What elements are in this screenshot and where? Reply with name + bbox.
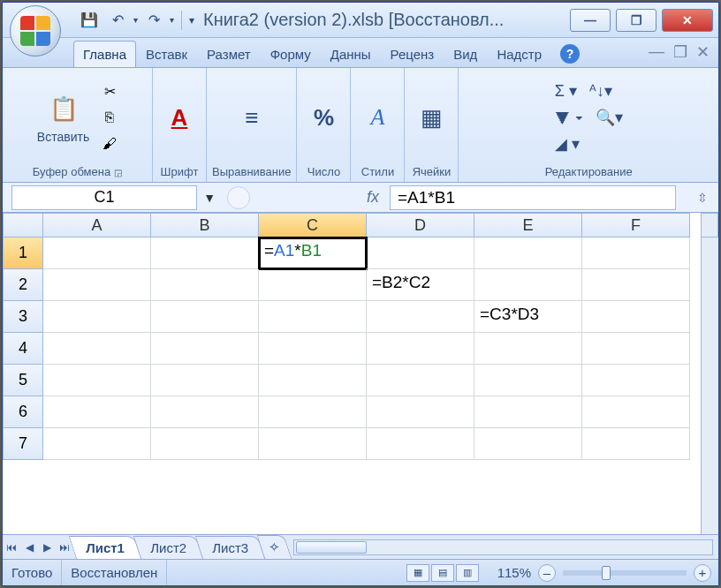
qat-customize-icon[interactable]: ▾ [189, 14, 194, 26]
find-button[interactable]: 🔍▾ [596, 108, 623, 127]
zoom-out-button[interactable]: – [538, 564, 556, 582]
cut-button[interactable]: ✂ [98, 80, 121, 102]
zoom-slider[interactable] [563, 570, 687, 576]
close-button[interactable]: ✕ [662, 9, 713, 32]
fx-button[interactable]: fx [356, 188, 390, 207]
cell-D4[interactable] [367, 333, 474, 365]
cell-B1[interactable] [151, 237, 259, 269]
sheet-nav-first-icon[interactable]: ⏮ [3, 541, 20, 554]
redo-button[interactable]: ↷ [141, 8, 166, 33]
column-header-F[interactable]: F [582, 213, 690, 237]
formula-bar-input[interactable]: =A1*B1 [390, 185, 676, 210]
cell-C6[interactable] [259, 396, 367, 428]
clipboard-dialog-launcher-icon[interactable]: ◲ [114, 168, 122, 177]
doc-restore-button[interactable]: ❐ [673, 42, 687, 62]
cell-A4[interactable] [43, 333, 151, 365]
column-header-D[interactable]: D [367, 213, 474, 237]
formula-bar-expand-icon[interactable]: ⇳ [697, 191, 713, 205]
cell-F4[interactable] [582, 333, 690, 365]
cell-D6[interactable] [367, 396, 474, 428]
cells-button[interactable]: ▦ [410, 96, 452, 139]
cell-E5[interactable] [474, 365, 582, 396]
sheet-nav-next-icon[interactable]: ▶ [38, 541, 56, 554]
ribbon-tab-вид[interactable]: Вид [444, 41, 487, 67]
cell-B4[interactable] [151, 333, 259, 365]
name-box-dropdown-icon[interactable]: ▼ [203, 191, 216, 205]
cell-D1[interactable] [367, 237, 474, 269]
ribbon-tab-надстр[interactable]: Надстр [487, 41, 551, 67]
maximize-button[interactable]: ❐ [616, 9, 656, 32]
row-header-4[interactable]: 4 [3, 333, 43, 365]
cell-B7[interactable] [151, 428, 259, 460]
cell-F2[interactable] [582, 269, 690, 301]
fill-button[interactable]: ⯆ ▾ [555, 109, 583, 127]
cell-C5[interactable] [259, 365, 367, 396]
cell-C2[interactable] [259, 269, 367, 301]
cell-A2[interactable] [43, 269, 151, 301]
zoom-in-button[interactable]: + [694, 564, 711, 582]
cancel-entry-icon[interactable] [227, 186, 250, 209]
row-header-7[interactable]: 7 [3, 428, 43, 460]
cell-A5[interactable] [43, 365, 151, 396]
sheet-tab-Лист2[interactable]: Лист2 [133, 536, 203, 559]
cell-F6[interactable] [582, 396, 690, 428]
hscroll-thumb[interactable] [296, 541, 367, 554]
cell-E7[interactable] [474, 428, 582, 460]
vertical-scrollbar[interactable] [701, 237, 718, 534]
ribbon-tab-реценз[interactable]: Реценз [381, 41, 444, 67]
copy-button[interactable]: ⎘ [98, 107, 121, 128]
cell-B5[interactable] [151, 365, 259, 396]
clear-button[interactable]: ◢ ▾ [555, 134, 580, 154]
column-header-B[interactable]: B [151, 213, 259, 237]
ribbon-tab-вставк[interactable]: Вставк [136, 41, 197, 67]
cell-C7[interactable] [259, 428, 367, 460]
cell-B6[interactable] [151, 396, 259, 428]
cell-F5[interactable] [582, 365, 690, 396]
ribbon-tab-данны[interactable]: Данны [321, 41, 381, 67]
name-box[interactable]: C1 ▼ [11, 185, 197, 210]
office-button[interactable] [10, 5, 61, 57]
ribbon-tab-главна[interactable]: Главна [73, 41, 136, 67]
view-layout-button[interactable]: ▤ [431, 564, 454, 582]
cell-F7[interactable] [582, 428, 690, 460]
styles-button[interactable]: A [356, 96, 398, 139]
help-button[interactable]: ? [560, 44, 580, 64]
cell-D7[interactable] [367, 428, 474, 460]
font-button[interactable]: A [158, 96, 201, 139]
undo-dropdown-icon[interactable]: ▾ [133, 15, 138, 25]
view-pagebreak-button[interactable]: ▥ [456, 564, 479, 582]
cell-F3[interactable] [582, 301, 690, 333]
cell-E3[interactable]: =C3*D3 [474, 301, 582, 333]
zoom-level[interactable]: 115% [490, 565, 538, 580]
ribbon-tab-размет[interactable]: Размет [197, 41, 261, 67]
cell-E2[interactable] [474, 269, 582, 301]
cell-B2[interactable] [151, 269, 259, 301]
redo-dropdown-icon[interactable]: ▾ [170, 15, 174, 25]
alignment-button[interactable]: ≡ [231, 96, 273, 139]
undo-button[interactable]: ↶ [105, 8, 130, 33]
select-all-corner[interactable] [3, 213, 43, 237]
cell-E4[interactable] [474, 333, 582, 365]
row-header-3[interactable]: 3 [3, 301, 43, 333]
cell-C4[interactable] [259, 333, 367, 365]
row-header-5[interactable]: 5 [3, 365, 43, 396]
sort-button[interactable]: ᴬ↓▾ [589, 81, 612, 101]
cell-B3[interactable] [151, 301, 259, 333]
sheet-nav-prev-icon[interactable]: ◀ [20, 541, 38, 554]
row-header-6[interactable]: 6 [3, 396, 43, 428]
autosum-button[interactable]: Σ ▾ [555, 81, 577, 101]
cell-F1[interactable] [582, 237, 690, 269]
column-header-A[interactable]: A [43, 213, 151, 237]
cell-E1[interactable] [474, 237, 582, 269]
column-header-C[interactable]: C [259, 213, 367, 237]
number-button[interactable]: % [302, 96, 345, 139]
format-painter-button[interactable]: 🖌 [98, 133, 121, 155]
cell-D5[interactable] [367, 365, 474, 396]
minimize-button[interactable]: — [570, 9, 611, 32]
ribbon-tab-форму[interactable]: Форму [261, 41, 321, 67]
paste-button[interactable]: 📋 Вставить [34, 87, 93, 147]
cell-C3[interactable] [259, 301, 367, 333]
cell-A7[interactable] [43, 428, 151, 460]
cell-D3[interactable] [367, 301, 474, 333]
zoom-slider-thumb[interactable] [602, 566, 611, 580]
